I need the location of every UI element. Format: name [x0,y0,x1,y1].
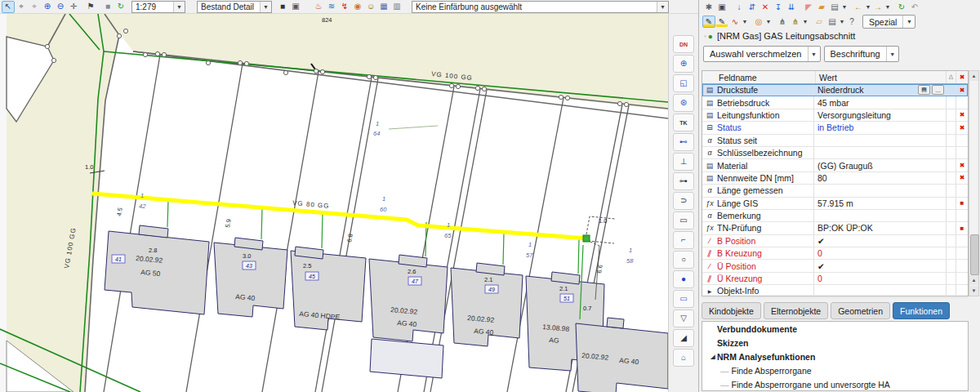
scrollbar-thumb[interactable] [970,234,979,275]
chevron-down-icon[interactable]: ▼ [657,2,668,12]
field-row--kreuzung[interactable]: ∥Ü Kreuzung0 [702,273,968,285]
chevron-down-icon[interactable]: ▼ [902,16,915,28]
field-row-material[interactable]: ▤Material(GG) Grauguß✖ [702,159,968,172]
sleeve-tool[interactable]: ⊃ [673,192,694,210]
scale-value[interactable]: 1:279 [132,2,173,11]
zoom-in-tool[interactable]: ⊕ [41,1,54,13]
help-icon[interactable]: ? [845,16,858,28]
field-value[interactable]: 0 [814,273,946,284]
field-row-schl-sselbezeichnung[interactable]: αSchlüsselbezeichnung [702,147,968,159]
dn-label-tool[interactable]: DN [673,35,694,53]
chevron-down-icon[interactable]: ▼ [841,4,848,10]
field-row-l-nge-gemessen[interactable]: αLänge gemessen [702,185,968,197]
water-theme-icon[interactable]: ≋ [325,1,338,13]
catalog-picker-button[interactable]: ▤ [918,85,930,95]
merge-selection-button[interactable]: Auswahl verschmelzen▼ [703,46,821,62]
history-back-icon[interactable]: ← [852,1,865,13]
kbu-tool[interactable]: ▽ [673,310,694,327]
field-row-objekt-info[interactable]: ▶Objekt-Info [702,285,968,297]
field-value[interactable]: 0 [814,247,946,259]
area-select-tool[interactable]: ◱ [673,74,694,92]
field-value[interactable]: Niederdruck▤… [814,84,946,96]
expand-icon[interactable]: ◢ [709,354,717,360]
style-combo[interactable]: Bestand Detail ▼ [197,1,272,13]
chevron-down-icon[interactable]: ▼ [260,2,271,12]
tab-elternobjekte[interactable]: Elternobjekte [764,302,828,319]
field-value[interactable] [814,135,946,146]
protocol-icon[interactable]: ▤ [826,16,839,28]
field-value[interactable]: BP:OK ÜP:OK [814,222,946,234]
field-value[interactable]: in Betrieb [814,122,946,133]
history-forward-icon[interactable]: → [871,1,884,13]
chevron-down-icon[interactable]: ▼ [886,47,898,61]
chevron-down-icon[interactable]: ▼ [802,19,808,24]
smiley-icon[interactable]: ☺ [364,1,377,13]
tree-item[interactable]: ◢NRM Analysefunktionen [702,350,968,363]
chevron-down-icon[interactable]: ▼ [865,4,871,10]
ellipsis-button[interactable]: … [932,85,944,95]
open-folder-icon[interactable]: ▱ [813,16,826,28]
end-cap-tool[interactable]: ⊥ [673,153,694,171]
house-edit-tool[interactable]: ⌂ [673,349,694,367]
chevron-down-icon[interactable]: ▼ [765,19,772,24]
sign-plate-tool[interactable]: ▭ [673,212,694,229]
layout-icon[interactable]: ▦ [377,1,390,13]
slope-tool[interactable]: ◢ [673,329,694,347]
placemark-tool[interactable]: ◎ [752,16,765,28]
field-value[interactable]: ✔ [814,260,946,271]
snapshot-button[interactable]: ▣ [289,1,302,13]
insert-down-icon[interactable]: ↓ [733,1,746,13]
field-row-l-nge-gis[interactable]: ƒxLänge GIS57.915 m■ [702,198,968,210]
tree-item[interactable]: —Finde Absperrorgane [702,363,968,377]
edit-lock-icon[interactable]: ✱ [702,1,715,13]
dotted-plate-tool[interactable]: ▭ [673,290,694,308]
internet-icon[interactable]: ◉ [351,1,364,13]
field-row-bemerkung[interactable]: αBemerkung [702,210,968,222]
scroll-up-icon[interactable]: ▲ [969,71,978,81]
field-value[interactable]: 45 mbar [814,96,946,108]
dark-style-button[interactable]: ■ [276,1,289,13]
curve-tool[interactable]: ∿ [728,16,742,28]
style-value[interactable]: Bestand Detail [198,2,260,11]
trace-net-tool[interactable]: ⋔ [776,16,789,28]
field-row-betriebsdruck[interactable]: ▤Betriebsdruck45 mbar [702,96,968,109]
map-canvas[interactable]: 414345474951 824VG 100 GGVG 100 GGVG 80 … [0,14,668,392]
pipeline-endpoint-node[interactable] [583,235,590,242]
coloring-value[interactable]: Keine Einfärbung ausgewählt [412,2,657,11]
tab-funktionen[interactable]: Funktionen [893,302,950,319]
double-down-icon[interactable]: ⇊ [785,1,798,13]
users-icon[interactable]: ▥ [390,1,403,13]
field-value[interactable]: ✔ [814,235,946,247]
redraw-button[interactable]: ↻ [114,1,127,13]
labeling-button[interactable]: Beschriftung▼ [824,46,899,62]
snap-pick-tool[interactable]: ⌖ [28,1,41,13]
refresh-icon[interactable]: ↻ [895,1,908,13]
field-row-status-seit[interactable]: αStatus seit [702,135,968,147]
tree-item[interactable]: Skizzen [702,336,968,350]
connector-tool[interactable]: ⊶ [673,172,694,190]
tree-item[interactable]: —Finde Absperrorgane und unversorgte HA [702,377,968,391]
lock-icon[interactable]: ▣ [715,1,728,13]
table-scrollbar[interactable]: ▲ ▲ ▼ [969,70,979,296]
tk-tool[interactable]: TK [673,114,694,131]
valve-tool[interactable]: ⊷ [673,133,694,151]
tab-geometrien[interactable]: Geometrien [831,302,890,319]
field-row-nennweite-dn-mm-[interactable]: ▤Nennweite DN [mm]80✖ [702,172,968,185]
field-row-b-kreuzung[interactable]: ∥B Kreuzung0 [702,247,968,260]
field-value[interactable]: Versorgungsleitung [814,109,946,121]
eraser-icon[interactable]: ◤ [802,1,815,13]
scale-combo[interactable]: 1:279 ▼ [131,1,185,13]
swap-icon[interactable]: ⇵ [746,1,759,13]
field-row-status[interactable]: ⊟Statusin Betrieb✖ [702,122,968,134]
big-node-tool[interactable]: ● [673,270,694,288]
field-value[interactable]: (GG) Grauguß [814,159,946,171]
field-row-leitungsfunktion[interactable]: ▤LeitungsfunktionVersorgungsleitung✖ [702,109,968,122]
field-value[interactable] [814,185,946,196]
draw-multi-tool[interactable]: ✎ [715,16,728,28]
spezial-button[interactable]: Spezial▼ [862,15,915,29]
info-pick-tool[interactable]: ⌖ [15,1,28,13]
fitting-tool[interactable]: ⊛ [673,94,694,112]
chevron-down-icon[interactable]: ▼ [808,47,820,61]
scroll-up2-icon[interactable]: ▲ [969,275,978,285]
chevron-down-icon[interactable]: ▼ [742,19,748,24]
